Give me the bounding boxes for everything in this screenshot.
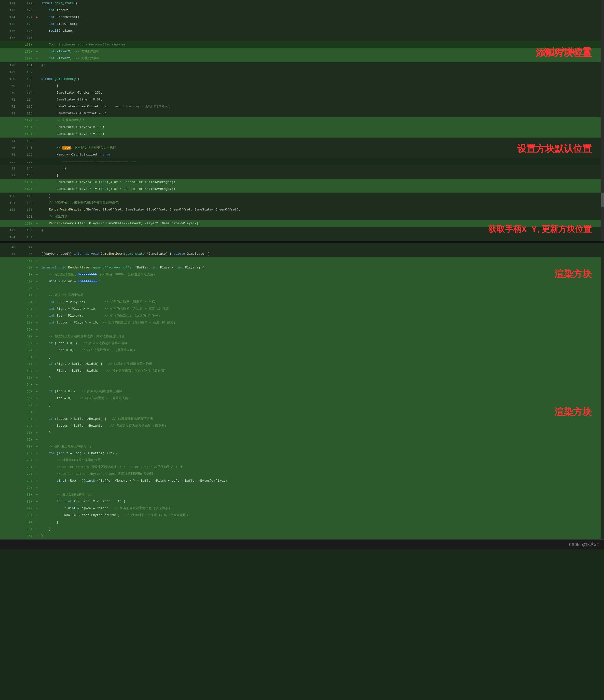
code-line-added: 68+ + [0,409,601,416]
code-line-added: 59+ + Left = 0; // 将左边界设置为 0 (屏幕最左侧) [0,347,601,354]
code-line: 104154 [0,234,601,241]
code-line: 175175 int BlueOffset; [0,21,601,27]
code-line-added: 147+ + GameState->PlayerY += (int)(4.0f … [0,186,601,193]
code-line: 4145 [[maybe_unused]] internal void Game… [0,251,601,257]
code-line: 75121 // TODO: 这可能更适合在平台层中执行 [0,144,601,151]
code-line: 180183 struct game_memory { [0,76,601,82]
code-line: 71114 GameState->tSine = 0.0f; [0,96,601,103]
code-line-added: 72+ + [0,436,601,443]
code-line-added: 86+ + } [0,532,601,540]
code-line: 98144 } [0,165,601,172]
code-line-added: 81+ + for (int X = Left; X < Right; ++X)… [0,498,601,505]
code-line-added: 84+ + } [0,519,601,526]
code-line-added: 58+ + if (Left < 0) { // 如果左边界超出屏幕左边缘 [0,340,601,347]
code-line-added: 51+ + // 定义矩形的四个边界 [0,292,601,299]
annotation-get-xy: 获取手柄X Y,更新方块位置 [488,224,592,235]
code-line-separator: ...... ──────────── ──────────── ── [0,158,601,165]
code-line-added: 61+ + if (Right > Buffer->Width) { // 如果… [0,360,601,368]
code-line-added: 66+ + Top = 0; // 将顶部设置为 0 (屏幕最上侧) [0,395,601,402]
top-section: 172172 struct game_state { 173173 int To… [0,0,604,241]
code-line-added: 74+ + for (int Y = Top; Y < Bottom; ++Y)… [0,450,601,457]
code-line-added: 117+ + // 方块坐标默认值 [0,117,601,124]
annotation-add-block-label: 添加方块位置 [536,47,592,59]
code-line-git: 178+ You, 2 minutes ago • Uncommitted ch… [0,41,601,48]
code-line: 100148 } [0,193,601,199]
code-line: 69112 } [0,82,601,90]
code-line: 101149 // 渲染变效果，根据蓝色和绿色偏移量调整颜色 [0,199,601,206]
code-line: 151 // 渲染方块 [0,213,601,220]
code-line-added: 146+ + GameState->PlayerX += (int)(4.0f … [0,179,601,186]
code-line: 174174 ● int GreenOffset; [0,14,601,21]
code-line-added: 65+ + if (Top < 0) { // 如果顶部超出屏幕上边缘 [0,388,601,395]
code-line: 76122 Memory->Isinitialized = true; [0,151,601,158]
section-separator [0,241,604,243]
code-line-added: 48+ + // 定义矩形颜色，0xFFFFFFFF 表示白色 (RGBA: 全… [0,271,601,278]
footer-text: CSDN @虾球xz [569,542,599,547]
code-line-added: 56+ + [0,326,601,333]
code-line-added: 77+ + // Left * Buffer->BytesPerPixel 表示… [0,471,601,477]
code-line-added: 75+ + // 计算当前行首个像素的位置 [0,457,601,464]
code-line-added: 64+ + [0,381,601,388]
code-line: 73116 GameState->BlueOffset = 0; [0,110,601,117]
code-line: 70113 GameState->ToneHz = 256; [0,90,601,96]
code-line-added: 70+ + Bottom = Buffer->Height; // 将底部设置为… [0,422,601,429]
code-line-added: 55+ + int Bottom = PlayerY + 10; // 矩形的底… [0,319,601,326]
code-line-added: 80+ + // 遍历当前行的每一列 [0,491,601,498]
code-line-added: 83+ + Row += Buffer->BytesPerPixel; // 移… [0,512,601,519]
code-line-added: 78+ + uint8 *Row = ((uint8 *)Buffer->Mem… [0,477,601,484]
annotation-render-bottom: 渲染方块 [554,406,592,418]
code-line: 176176 real32 tSine; [0,27,601,34]
annotation-render-top: 渲染方块 [554,268,592,280]
code-line: 177177 [0,34,601,41]
code-line-added: 47+ + internal void RenderPlayer(game_of… [0,264,601,271]
code-line: 72115 GameState->GreenOffset = 0; You, 2… [0,103,601,110]
code-line-added: 79+ + [0,484,601,491]
code-line-added: 46+ + [0,257,601,264]
code-line-added: 49+ + uint32 Color = 0xFFFFFFFF; [0,278,601,285]
code-line-added: 71+ + } [0,429,601,436]
footer-bar: CSDN @虾球xz [0,540,604,549]
scrollbar[interactable] [601,0,604,241]
code-line-added: 69+ + if (Bottom > Buffer->Height) { // … [0,416,601,422]
code-line: 102150 RenderWeirdGradient(Buffer, BlueO… [0,206,601,213]
code-line-added: 119+ + GameState->PlayerY = 100; [0,131,601,138]
scrollbar-thumb[interactable] [601,193,604,207]
code-line-added: 63+ + } [0,374,601,381]
code-line-added: 180+ + int PlayerY; // 方块的Y坐标 [0,55,601,62]
code-line-added: 85+ + } [0,526,601,532]
code-line: 4044 [0,244,601,251]
editor-container: 172172 struct game_state { 173173 int To… [0,0,604,549]
code-line-added: 57+ + // 检查矩形是否超出屏幕边界，并对边界值进行修正 [0,333,601,340]
code-line-added: 118+ + GameState->PlayerX = 100; [0,124,601,131]
code-line-added: 67+ + } [0,402,601,409]
code-line-added: 50+ + [0,285,601,292]
code-line-added: 60+ + } [0,354,601,360]
code-line-added: 62+ + Right = Buffer->Width; // 将右边界设置为屏… [0,368,601,374]
code-line-added: 52+ + int Left = PlayerX; // 矩形的左边界 (玩家的… [0,299,601,305]
bottom-section: 4044 4145 [[maybe_unused]] internal void… [0,244,604,540]
code-line-added: 73+ + // 循环遍历矩形区域的每一行 [0,443,601,450]
code-line-added: 82+ + *(uint32 *)Row = Color; // 将当前像素设置… [0,505,601,512]
code-line-added: 54+ + int Top = PlayerY; // 矩形的顶部边界 (玩家的… [0,312,601,319]
code-line: 99145 } [0,172,601,179]
code-line-added: 179+ + int PlayerX; // 方块的X坐标 添加方块位置 [0,48,601,55]
code-line-added: 53+ + int Right = PlayerX + 10; // 矩形的右边… [0,305,601,312]
code-line: 179182 [0,69,601,76]
code-line: 74120 [0,138,601,144]
code-line-added: 76+ + // Buffer->Memory 是缓冲区起始地址，Y * Buf… [0,464,601,471]
code-line: 172172 struct game_state { [0,0,601,7]
annotation-set-default-pos: 设置方块默认位置 [517,143,592,155]
code-line: 178181 }; [0,62,601,69]
code-line: 173173 int ToneHz; [0,7,601,14]
